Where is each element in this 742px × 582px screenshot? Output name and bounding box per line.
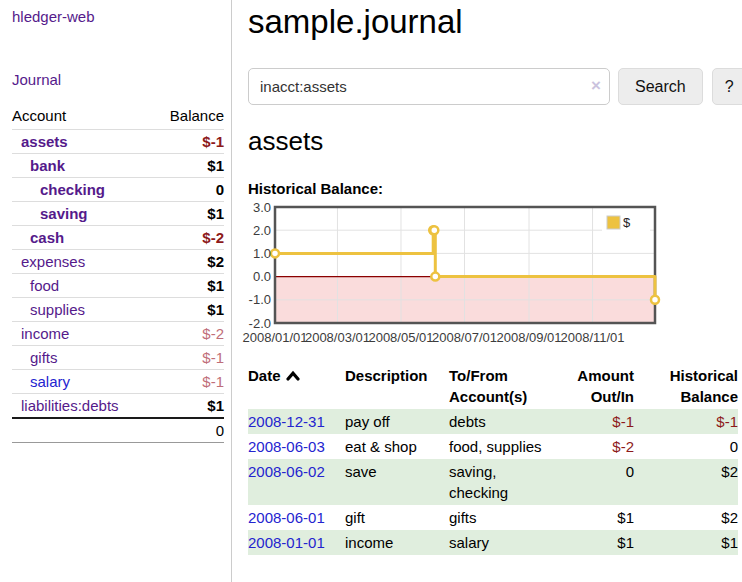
account-row: liabilities:debts$1 [12, 394, 224, 419]
search-button[interactable]: Search [618, 68, 703, 105]
account-balance: $1 [153, 298, 225, 322]
account-link[interactable]: bank [30, 157, 65, 174]
transaction-balance: $2 [644, 459, 738, 505]
account-row: gifts$-1 [12, 346, 224, 370]
account-balance: 0 [153, 178, 225, 202]
accounts-total-spacer [12, 418, 153, 443]
account-link[interactable]: cash [30, 229, 64, 246]
transaction-date-link[interactable]: 2008-01-01 [248, 534, 325, 551]
account-row: food$1 [12, 274, 224, 298]
account-link[interactable]: saving [40, 205, 88, 222]
x-tick-label: 2008/05/01 [368, 330, 433, 345]
transaction-date-link[interactable]: 2008-06-01 [248, 509, 325, 526]
account-link[interactable]: liabilities:debts [21, 397, 119, 414]
clear-search-icon[interactable]: × [591, 76, 601, 96]
historical-balance-label: Historical Balance: [248, 180, 742, 197]
account-balance: $-1 [153, 130, 225, 154]
app-brand-link[interactable]: hledger-web [12, 8, 224, 25]
page-title: sample.journal [248, 0, 742, 44]
legend-swatch-icon [607, 216, 620, 229]
transaction-accounts: gifts [449, 505, 561, 530]
column-header-accounts: To/From Account(s) [449, 363, 561, 409]
transaction-accounts: debts [449, 409, 561, 434]
data-point-marker [431, 273, 439, 281]
data-point-marker [651, 296, 659, 304]
column-header-balance: Historical Balance [644, 363, 738, 409]
account-row: cash$-2 [12, 226, 224, 250]
transaction-date-link[interactable]: 2008-06-03 [248, 438, 325, 455]
y-tick-label: 2.0 [253, 223, 271, 238]
transaction-description: gift [345, 505, 449, 530]
sidebar: hledger-web Journal Account Balance asse… [0, 0, 232, 582]
account-row: income$-2 [12, 322, 224, 346]
account-row: bank$1 [12, 154, 224, 178]
sort-ascending-icon [286, 370, 300, 381]
account-link[interactable]: expenses [21, 253, 85, 270]
column-header-date: Date [248, 363, 345, 409]
accounts-header-account: Account [12, 104, 153, 130]
account-link[interactable]: supplies [30, 301, 85, 318]
accounts-total-row: 0 [12, 418, 224, 443]
accounts-rows: assets$-1bank$1checking0saving$1cash$-2e… [12, 130, 224, 419]
transaction-accounts: saving, checking [449, 459, 561, 505]
transaction-balance: $-1 [644, 409, 738, 434]
data-point-marker [430, 226, 438, 234]
transaction-date-link[interactable]: 2008-06-02 [248, 463, 325, 480]
y-tick-label: -1.0 [249, 292, 271, 307]
transaction-description: eat & shop [345, 434, 449, 459]
transactions-header-row: Date Description To/From Account(s) Amou… [248, 363, 738, 409]
transaction-amount: $-2 [561, 434, 644, 459]
transaction-row: 2008-01-01incomesalary$1$1 [248, 530, 738, 555]
y-tick-label: -2.0 [249, 316, 271, 331]
transaction-amount: 0 [561, 459, 644, 505]
account-link[interactable]: food [30, 277, 59, 294]
transaction-description: save [345, 459, 449, 505]
account-row: assets$-1 [12, 130, 224, 154]
account-heading: assets [248, 125, 742, 157]
account-link[interactable]: gifts [30, 349, 58, 366]
account-link[interactable]: salary [30, 373, 70, 390]
account-row: saving$1 [12, 202, 224, 226]
account-link[interactable]: checking [40, 181, 105, 198]
transaction-row: 2008-06-03eat & shopfood, supplies$-20 [248, 434, 738, 459]
transaction-amount: $-1 [561, 409, 644, 434]
transaction-accounts: food, supplies [449, 434, 561, 459]
search-input-wrap: × [248, 68, 610, 105]
transactions-body: 2008-12-31pay offdebts$-1$-12008-06-03ea… [248, 409, 738, 555]
column-header-description: Description [345, 363, 449, 409]
accounts-header-balance: Balance [153, 104, 225, 130]
x-tick-label: 2008/03/01 [305, 330, 370, 345]
search-input[interactable] [248, 68, 610, 105]
account-balance: $-1 [153, 346, 225, 370]
x-tick-label: 2008/11/01 [560, 330, 624, 345]
account-link[interactable]: income [21, 325, 69, 342]
account-balance: $-1 [153, 370, 225, 394]
account-balance: $1 [153, 202, 225, 226]
transactions-table: Date Description To/From Account(s) Amou… [248, 363, 738, 555]
transaction-row: 2008-12-31pay offdebts$-1$-1 [248, 409, 738, 434]
x-tick-label: 2008/09/01 [496, 330, 561, 345]
transaction-accounts: salary [449, 530, 561, 555]
transaction-amount: $1 [561, 530, 644, 555]
search-form: × Search ? [248, 68, 742, 105]
accounts-header-row: Account Balance [12, 104, 224, 130]
account-balance: $-2 [153, 322, 225, 346]
account-link[interactable]: assets [21, 133, 68, 150]
account-row: salary$-1 [12, 370, 224, 394]
nav-journal-link[interactable]: Journal [12, 71, 224, 88]
x-tick-label: 2008/07/01 [432, 330, 497, 345]
accounts-table: Account Balance assets$-1bank$1checking0… [12, 104, 224, 443]
account-row: supplies$1 [12, 298, 224, 322]
y-tick-label: 0.0 [253, 269, 271, 284]
transaction-description: income [345, 530, 449, 555]
transaction-date-link[interactable]: 2008-12-31 [248, 413, 325, 430]
account-balance: $1 [153, 394, 225, 419]
account-balance: $2 [153, 250, 225, 274]
transaction-amount: $1 [561, 505, 644, 530]
accounts-total-value: 0 [153, 418, 225, 443]
x-tick-label: 2008/01/01 [242, 330, 307, 345]
balance-chart: $3.02.01.00.0-1.0-2.02008/01/012008/03/0… [248, 204, 684, 350]
search-help-button[interactable]: ? [712, 68, 742, 105]
account-balance: $1 [153, 274, 225, 298]
y-tick-label: 1.0 [253, 246, 271, 261]
